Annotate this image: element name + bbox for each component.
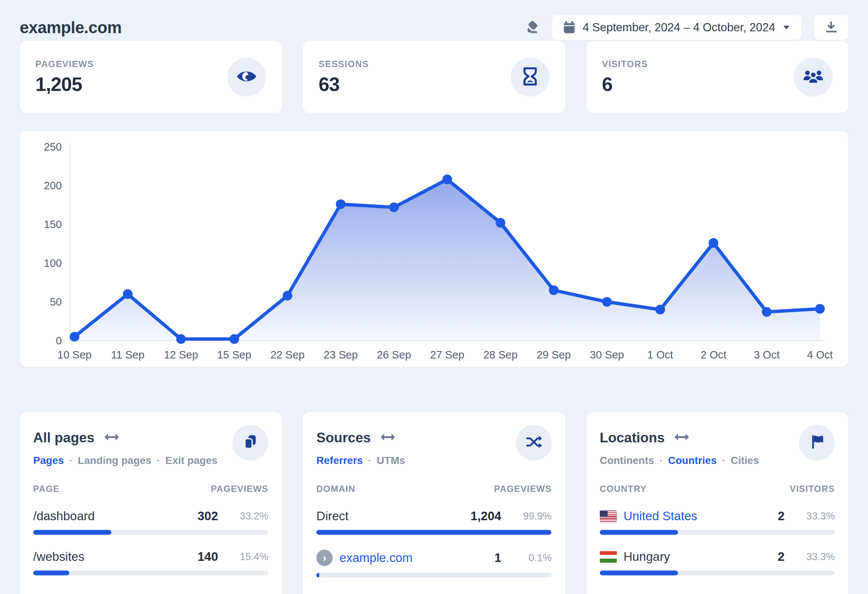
table-header: PAGE PAGEVIEWS [33,484,268,494]
panel-tabs: Continents Countries Cities [600,455,759,467]
row-label: /dashboard [33,509,173,523]
column-label: PAGEVIEWS [211,484,268,494]
stat-label: PAGEVIEWS [35,59,94,69]
progress-fill [600,530,678,535]
tab-continents[interactable]: Continents [600,455,654,467]
row-label: Direct [316,509,456,523]
row-label-link[interactable]: United States [600,509,740,523]
row-label-link[interactable]: › example.com [316,550,456,566]
row-percent: 33.2% [218,511,268,522]
sources-action-button[interactable] [516,425,552,461]
country-link: United States [624,509,697,523]
progress-fill [316,573,319,578]
tab-cities[interactable]: Cities [717,455,759,467]
row-percent: 15.4% [218,551,268,563]
panel-header-left: Locations Continents Countries Cities [600,425,759,467]
panel-title: Sources [316,430,371,446]
progress-fill [33,570,69,575]
svg-text:3 Oct: 3 Oct [754,349,779,361]
row-value: 2 [740,550,785,564]
clear-filters-button[interactable] [524,19,539,36]
svg-text:250: 250 [44,141,62,153]
tab-referrers[interactable]: Referrers [316,455,363,467]
row-line: /websites 140 15.4% [33,550,268,564]
stat-card-visitors: VISITORS 6 [586,41,848,113]
svg-text:28 Sep: 28 Sep [483,349,517,361]
chevron-down-icon [782,23,791,33]
panel-header: All pages Pages Landing pages Exit pages [33,425,268,467]
stat-value: 1,205 [35,73,94,95]
row-line: Hungary 2 33.3% [600,550,835,564]
date-range-picker[interactable]: 4 September, 2024 – 4 October, 2024 [552,15,801,40]
svg-text:23 Sep: 23 Sep [324,349,358,361]
copy-icon [242,433,259,452]
stat-info: SESSIONS 63 [319,59,369,95]
progress-track [33,570,268,575]
tab-landing-pages[interactable]: Landing pages [64,455,152,467]
date-range-text: 4 September, 2024 – 4 October, 2024 [583,21,775,34]
table-row[interactable]: Direct 1,204 99.9% [316,509,551,535]
panel-tabs: Pages Landing pages Exit pages [33,455,217,467]
table-row[interactable]: › example.com 1 0.1% [316,550,551,578]
table-row[interactable]: Hungary 2 33.3% [600,550,835,575]
progress-track [316,530,551,535]
row-value: 1,204 [457,509,502,523]
svg-text:1 Oct: 1 Oct [648,349,673,361]
progress-track [600,570,835,575]
page-title: example.com [20,18,121,37]
panel-locations: Locations Continents Countries Cities [586,412,848,594]
panel-title: Locations [600,430,665,446]
progress-fill [600,570,678,575]
stat-icon-circle [794,58,833,96]
locations-action-button[interactable] [799,425,835,461]
pageviews-area-chart: 05010015020025010 Sep11 Sep12 Sep15 Sep2… [31,140,837,364]
stat-icon-circle [511,58,549,96]
row-percent: 99.9% [502,511,552,522]
row-label: /websites [33,550,173,564]
tab-countries[interactable]: Countries [654,455,717,467]
svg-text:26 Sep: 26 Sep [377,349,411,361]
tab-pages[interactable]: Pages [33,455,64,467]
stat-label: VISITORS [602,59,648,69]
pageviews-chart-card: 05010015020025010 Sep11 Sep12 Sep15 Sep2… [20,131,848,367]
table-row[interactable]: /dashboard 302 33.2% [33,509,268,535]
row-value: 2 [740,509,785,523]
stat-icon-circle [227,58,266,96]
stat-info: PAGEVIEWS 1,205 [35,59,94,95]
users-icon [802,66,824,89]
svg-text:2 Oct: 2 Oct [700,349,726,361]
progress-fill [316,530,551,535]
svg-text:200: 200 [44,180,62,192]
svg-text:100: 100 [44,257,62,269]
stat-label: SESSIONS [319,59,369,69]
export-button[interactable] [814,15,848,40]
panel-title-row: Sources [316,430,405,446]
analytics-dashboard: example.com [0,0,868,594]
panel-all-pages: All pages Pages Landing pages Exit pages [20,412,282,594]
panel-tabs: Referrers UTMs [316,455,405,467]
pages-action-button[interactable] [232,425,268,461]
panel-header-left: Sources Referrers UTMs [316,425,405,467]
row-percent: 33.3% [785,511,835,522]
row-percent: 0.1% [502,552,552,564]
tab-exit-pages[interactable]: Exit pages [151,455,217,467]
panel-sources: Sources Referrers UTMs [303,412,565,594]
row-value: 1 [457,551,502,565]
stat-card-pageviews: PAGEVIEWS 1,205 [20,41,282,113]
row-line: /dashboard 302 33.2% [33,509,268,523]
panel-title-row: Locations [600,430,759,446]
column-label: VISITORS [790,484,835,494]
tab-utms[interactable]: UTMs [363,455,405,467]
progress-track [316,573,551,578]
svg-text:4 Oct: 4 Oct [807,349,833,361]
row-label: Hungary [600,550,740,564]
table-row[interactable]: United States 2 33.3% [600,509,835,535]
row-line: United States 2 33.3% [600,509,835,523]
hourglass-icon [520,67,540,87]
panel-title-row: All pages [33,430,217,446]
detail-panels: All pages Pages Landing pages Exit pages [20,412,848,594]
table-row[interactable]: /websites 140 15.4% [33,550,268,575]
progress-track [600,530,835,535]
country-name: Hungary [624,550,670,564]
table-header: COUNTRY VISITORS [600,484,835,494]
